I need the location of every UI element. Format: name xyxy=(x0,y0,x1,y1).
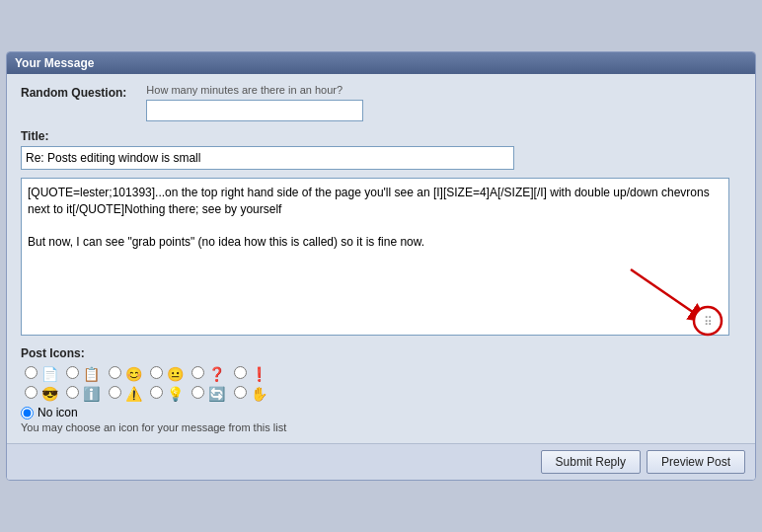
icon-option-7: 😎 xyxy=(21,384,62,404)
icon-option-4: 😐 xyxy=(146,364,188,384)
icon-img-9: ⚠️ xyxy=(124,385,142,403)
icon-radio-8[interactable] xyxy=(66,386,79,399)
icon-img-2: 📋 xyxy=(83,365,101,383)
panel-body: Random Question: How many minutes are th… xyxy=(7,74,755,443)
no-icon-label: No icon xyxy=(38,406,78,419)
post-icons-label: Post Icons: xyxy=(21,346,741,360)
icon-radio-1[interactable] xyxy=(25,366,38,379)
random-question-hint: How many minutes are there in an hour? xyxy=(146,84,363,96)
icon-radio-10[interactable] xyxy=(150,386,163,399)
icons-grid: 📄 📋 😊 😐 xyxy=(21,364,271,404)
submit-reply-button[interactable]: Submit Reply xyxy=(541,450,641,474)
icon-option-3: 😊 xyxy=(105,364,146,384)
icon-option-2: 📋 xyxy=(62,364,104,384)
icon-option-9: ⚠️ xyxy=(105,384,146,404)
icon-img-11: 🔄 xyxy=(208,385,226,403)
icon-radio-9[interactable] xyxy=(109,386,121,399)
your-message-panel: Your Message Random Question: How many m… xyxy=(6,51,756,481)
icon-option-11: 🔄 xyxy=(188,384,229,404)
icon-img-4: 😐 xyxy=(166,365,184,383)
icon-radio-12[interactable] xyxy=(234,386,247,399)
title-input[interactable] xyxy=(21,146,514,170)
icon-option-6: ❗ xyxy=(230,364,271,384)
random-question-right: How many minutes are there in an hour? xyxy=(146,84,363,121)
title-row: Title: xyxy=(21,129,741,170)
icons-row-2: 😎 ℹ️ ⚠️ 💡 xyxy=(21,384,271,404)
panel-title: Your Message xyxy=(15,56,94,70)
icon-img-7: 😎 xyxy=(40,385,58,403)
post-icons-hint: You may choose an icon for your message … xyxy=(21,421,741,433)
icon-radio-4[interactable] xyxy=(150,366,163,379)
icon-option-10: 💡 xyxy=(146,384,188,404)
icon-img-3: 😊 xyxy=(124,365,142,383)
bottom-bar: Submit Reply Preview Post xyxy=(7,443,755,480)
random-question-input[interactable] xyxy=(146,100,363,121)
icon-option-5: ❓ xyxy=(188,364,229,384)
icon-img-5: ❓ xyxy=(208,365,226,383)
preview-post-button[interactable]: Preview Post xyxy=(647,450,745,474)
icon-option-8: ℹ️ xyxy=(62,384,104,404)
icon-radio-7[interactable] xyxy=(25,386,38,399)
icon-radio-3[interactable] xyxy=(109,366,121,379)
icons-row-1: 📄 📋 😊 😐 xyxy=(21,364,271,384)
panel-header: Your Message xyxy=(7,52,755,74)
icon-radio-2[interactable] xyxy=(66,366,79,379)
icon-radio-none[interactable] xyxy=(21,407,34,419)
icon-img-6: ❗ xyxy=(250,365,267,383)
post-icons-section: Post Icons: 📄 📋 😊 xyxy=(21,346,741,433)
no-icon-row: No icon xyxy=(21,406,741,419)
icon-img-8: ℹ️ xyxy=(83,385,101,403)
icon-radio-11[interactable] xyxy=(191,386,204,399)
icon-option-1: 📄 xyxy=(21,364,62,384)
icon-radio-5[interactable] xyxy=(191,366,204,379)
random-question-label: Random Question: xyxy=(21,84,126,100)
icon-img-10: 💡 xyxy=(166,385,184,403)
icon-radio-6[interactable] xyxy=(234,366,247,379)
icon-img-12: ✋ xyxy=(250,385,267,403)
message-row: ⠿ xyxy=(21,178,729,339)
message-textarea[interactable] xyxy=(21,178,729,336)
random-question-row: Random Question: How many minutes are th… xyxy=(21,84,741,121)
title-label: Title: xyxy=(21,129,48,143)
icon-img-1: 📄 xyxy=(40,365,58,383)
icon-option-12: ✋ xyxy=(230,384,271,404)
